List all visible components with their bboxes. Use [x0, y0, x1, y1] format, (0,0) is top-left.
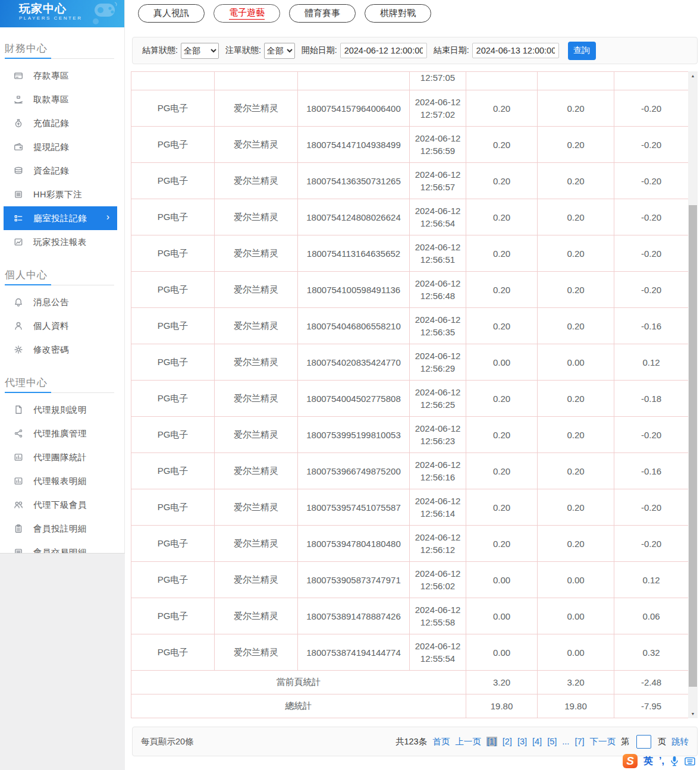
page-link[interactable]: [3] — [517, 737, 527, 746]
sidebar-item-change-password[interactable]: 修改密碼 — [4, 338, 117, 362]
order-id-cell: 1800754020835424770 — [298, 344, 410, 381]
platform-cell: PG电子 — [131, 417, 215, 453]
time-cell: 2024-06-1212:56:12 — [410, 526, 466, 562]
time-cell: 2024-06-1212:56:57 — [410, 163, 466, 199]
valid-bet-cell: 0.20 — [538, 235, 614, 272]
start-date-input[interactable] — [340, 43, 427, 58]
bet-cell: 0.20 — [466, 235, 538, 272]
sidebar-item-deposit-area[interactable]: 存款專區 — [4, 64, 117, 87]
sidebar-item-player-bet-report[interactable]: 玩家投注報表 — [4, 230, 117, 254]
ime-punctuation-toggle[interactable]: ’, — [659, 756, 664, 766]
jump-page-input[interactable] — [636, 735, 651, 749]
order-id-cell: 1800753905873747971 — [298, 562, 410, 598]
tab-sports[interactable]: 體育賽事 — [289, 4, 356, 23]
order-status-select[interactable]: 全部 — [264, 43, 295, 59]
order-id-cell: 1800753995199810053 — [298, 417, 410, 453]
end-date-input[interactable] — [472, 43, 559, 58]
bet-cell: 0.00 — [466, 634, 538, 671]
page-link[interactable]: ... — [562, 737, 569, 746]
time-cell: 2024-06-1212:56:51 — [410, 235, 466, 272]
bet-cell: 0.00 — [466, 344, 538, 381]
table-row: PG电子爱尔兰精灵18007539574510755872024-06-1212… — [131, 489, 689, 526]
table-scrollbar[interactable]: ▲ ▼ — [688, 71, 698, 718]
game-cell: 爱尔兰精灵 — [215, 127, 298, 163]
tab-label: 棋牌對戰 — [380, 8, 416, 19]
pagination-controls: 共123条 首页 上一页 [1][2][3][4][5]...[7] 下一页 第… — [395, 735, 689, 749]
agent-team-stats-icon — [13, 452, 23, 463]
bet-cell: 0.00 — [466, 562, 538, 598]
winloss-cell: -0.18 — [614, 381, 689, 417]
page-link-current[interactable]: [1] — [486, 737, 497, 746]
platform-cell: PG电子 — [131, 90, 215, 127]
valid-bet-cell: 0.20 — [538, 308, 614, 344]
deposit-area-icon — [13, 71, 23, 81]
sidebar-item-label: 提現記錄 — [33, 142, 69, 153]
time-cell: 2024-06-1212:56:25 — [410, 381, 466, 417]
sidebar-item-room-bet-records[interactable]: 廳室投註記錄› — [4, 206, 117, 230]
sidebar-item-member-bet-detail[interactable]: 會員投註明細 — [4, 517, 117, 540]
page-link[interactable]: [7] — [575, 737, 584, 746]
sidebar-item-label: 消息公告 — [33, 297, 69, 308]
time-cell: 2024-06-1212:56:54 — [410, 199, 466, 235]
sidebar-item-profile[interactable]: 個人資料 — [4, 314, 117, 338]
next-page-link[interactable]: 下一页 — [590, 736, 616, 747]
jump-link[interactable]: 跳转 — [671, 736, 689, 747]
room-bet-records-icon — [13, 213, 23, 224]
sidebar-item-withdrawal-records[interactable]: 提現記錄 — [4, 135, 117, 159]
table-row: PG电子爱尔兰精灵18007541363507312652024-06-1212… — [131, 163, 689, 199]
valid-bet-cell: 0.00 — [538, 598, 614, 634]
sidebar-item-label: 資金記錄 — [33, 165, 69, 177]
current-page-summary-row: 當前頁統計3.203.20-2.48 — [131, 671, 689, 694]
winloss-cell: 0.12 — [614, 344, 689, 381]
sidebar-item-label: 修改密碼 — [33, 344, 69, 356]
ime-language-toggle[interactable]: 英 — [644, 755, 653, 768]
valid-bet-cell: 0.00 — [538, 344, 614, 381]
time-cell: 12:57:05 — [410, 72, 466, 90]
sidebar-item-agent-team-stats[interactable]: 代理團隊統計 — [4, 445, 117, 469]
page-link[interactable]: [4] — [532, 737, 542, 746]
valid-bet-cell — [538, 72, 614, 90]
page-link[interactable]: [5] — [547, 737, 557, 746]
time-cell: 2024-06-1212:57:02 — [410, 90, 466, 127]
winloss-cell: 0.32 — [614, 634, 689, 671]
table-row: PG电子爱尔兰精灵18007539667498752002024-06-1212… — [131, 453, 689, 489]
tab-e-games[interactable]: 電子遊藝 — [214, 4, 280, 23]
agent-report-detail-icon — [13, 476, 23, 486]
sidebar-item-agent-promotion[interactable]: 代理推廣管理 — [4, 422, 117, 445]
hh-lottery-bets-icon — [13, 190, 23, 200]
sidebar-item-agent-sub-members[interactable]: 代理下級會員 — [4, 493, 117, 517]
sidebar-item-hh-lottery-bets[interactable]: HH彩票下注 — [4, 183, 117, 206]
sidebar-header: 玩家中心 PLAYERS CENTER — [0, 0, 124, 27]
platform-cell: PG电子 — [131, 562, 215, 598]
order-status-label: 注單狀態: — [225, 45, 261, 56]
time-cell: 2024-06-1212:56:16 — [410, 453, 466, 489]
sidebar-item-withdraw-area[interactable]: 取款專區 — [4, 87, 117, 111]
prev-page-link[interactable]: 上一页 — [455, 736, 481, 747]
page-link[interactable]: [2] — [503, 737, 512, 746]
time-cell: 2024-06-1212:55:58 — [410, 598, 466, 634]
page-size-text: 每頁顯示20條 — [141, 736, 194, 747]
scrollbar-thumb[interactable] — [689, 205, 697, 687]
section-underline — [5, 284, 114, 285]
game-cell: 爱尔兰精灵 — [215, 90, 298, 127]
sidebar-item-recharge-records[interactable]: 充值記錄 — [4, 111, 117, 135]
keyboard-icon[interactable] — [685, 757, 695, 766]
tab-board-games[interactable]: 棋牌對戰 — [365, 4, 431, 23]
sidebar-nav: 財務中心存款專區取款專區充值記錄提現記錄資金記錄HH彩票下注廳室投註記錄›玩家投… — [0, 42, 124, 564]
microphone-icon[interactable] — [670, 756, 679, 766]
bet-cell: 0.20 — [466, 127, 538, 163]
first-page-link[interactable]: 首页 — [432, 736, 450, 747]
sidebar-item-announcements[interactable]: 消息公告 — [4, 290, 117, 314]
search-button[interactable]: 查詢 — [568, 42, 596, 60]
tab-live-video[interactable]: 真人視訊 — [138, 4, 205, 23]
settle-status-select[interactable]: 全部 — [181, 43, 219, 59]
sidebar-item-funds-records[interactable]: 資金記錄 — [4, 159, 117, 183]
ime-logo-icon[interactable]: S — [623, 754, 638, 768]
scroll-down-icon[interactable]: ▼ — [688, 709, 698, 718]
scroll-up-icon[interactable]: ▲ — [688, 71, 698, 80]
tab-label: 電子遊藝 — [229, 7, 265, 20]
sidebar-item-agent-report-detail[interactable]: 代理報表明細 — [4, 469, 117, 493]
winloss-cell — [614, 72, 689, 90]
sidebar-item-agent-rules[interactable]: 代理規則說明 — [4, 398, 117, 422]
bet-cell: 0.20 — [466, 272, 538, 308]
